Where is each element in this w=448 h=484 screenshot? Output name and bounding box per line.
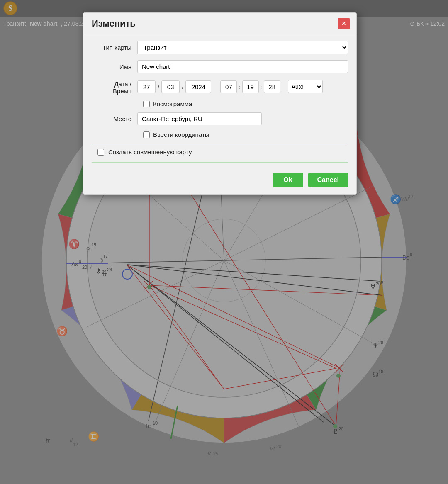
combined-chart-label: Создать совмещенную карту xyxy=(108,148,192,156)
edit-dialog: Изменить × Тип карты Транзит Натальная П… xyxy=(83,12,357,195)
datetime-row: Дата / Время / / : : Auto UTC +3 xyxy=(92,79,348,95)
second-input[interactable] xyxy=(264,80,280,93)
timezone-select[interactable]: Auto UTC +3 xyxy=(288,80,323,93)
minute-input[interactable] xyxy=(242,80,259,93)
cancel-button[interactable]: Cancel xyxy=(308,173,348,187)
day-input[interactable] xyxy=(137,80,156,93)
close-button[interactable]: × xyxy=(338,18,350,29)
hour-input[interactable] xyxy=(220,80,237,93)
name-input[interactable] xyxy=(137,60,348,73)
date-sep-1: / xyxy=(157,83,160,90)
combined-chart-row: Создать совмещенную карту xyxy=(97,148,348,156)
place-row: Место xyxy=(92,112,348,125)
place-input[interactable] xyxy=(137,112,262,125)
enter-coords-checkbox[interactable] xyxy=(143,131,150,138)
kosmogramma-checkbox[interactable] xyxy=(143,101,150,107)
chart-type-row: Тип карты Транзит Натальная Прогрессия xyxy=(92,41,348,54)
name-label: Имя xyxy=(92,63,137,70)
divider-1 xyxy=(92,143,348,143)
place-label: Место xyxy=(92,115,137,122)
month-input[interactable] xyxy=(161,80,180,93)
ok-button[interactable]: Ok xyxy=(273,173,303,187)
kosmogramma-row: Космограмма xyxy=(143,100,348,107)
chart-type-select[interactable]: Транзит Натальная Прогрессия xyxy=(137,41,348,54)
dialog-footer: Ok Cancel xyxy=(83,173,356,194)
dialog-body: Тип карты Транзит Натальная Прогрессия И… xyxy=(83,34,356,173)
dialog-header: Изменить × xyxy=(83,13,356,34)
divider-2 xyxy=(92,162,348,163)
dialog-title: Изменить xyxy=(92,18,136,29)
datetime-label: Дата / Время xyxy=(92,79,137,95)
date-sep-2: / xyxy=(181,83,184,90)
combined-chart-checkbox[interactable] xyxy=(97,149,104,156)
chart-type-label: Тип карты xyxy=(92,44,137,51)
date-time-group: / / : : Auto UTC +3 xyxy=(137,80,348,93)
time-sep-1: : xyxy=(239,83,240,90)
enter-coords-label: Ввести координаты xyxy=(153,131,209,138)
kosmogramma-label: Космограмма xyxy=(153,100,192,107)
name-row: Имя xyxy=(92,60,348,73)
time-sep-2: : xyxy=(261,83,262,90)
year-input[interactable] xyxy=(185,80,211,93)
coords-row: Ввести координаты xyxy=(143,131,348,138)
